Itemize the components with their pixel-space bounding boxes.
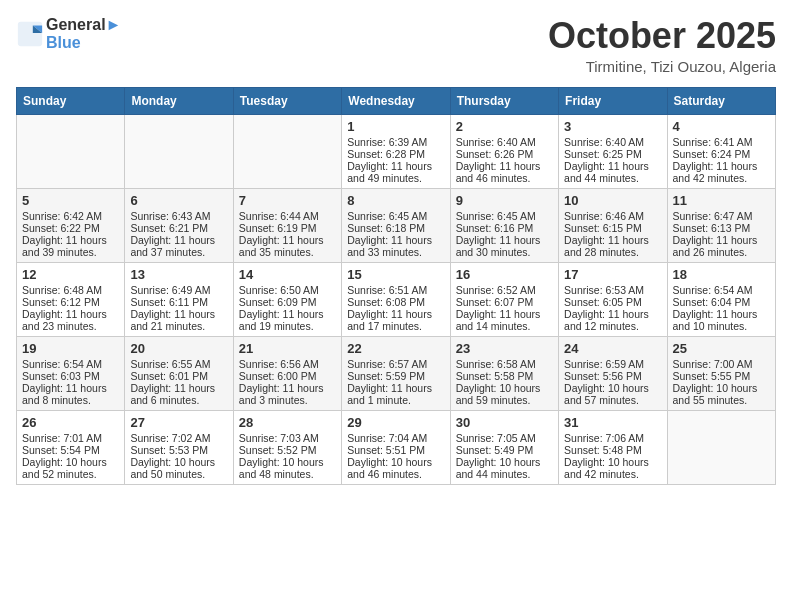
day-info: Sunset: 6:22 PM [22,222,119,234]
day-number: 13 [130,267,227,282]
day-number: 24 [564,341,661,356]
day-info: Sunset: 6:03 PM [22,370,119,382]
day-info: Daylight: 11 hours and 37 minutes. [130,234,227,258]
day-info: Daylight: 11 hours and 6 minutes. [130,382,227,406]
day-number: 31 [564,415,661,430]
day-number: 21 [239,341,336,356]
calendar-cell: 17Sunrise: 6:53 AMSunset: 6:05 PMDayligh… [559,262,667,336]
day-number: 4 [673,119,770,134]
day-number: 18 [673,267,770,282]
day-number: 9 [456,193,553,208]
day-info: Daylight: 11 hours and 23 minutes. [22,308,119,332]
day-info: Daylight: 11 hours and 10 minutes. [673,308,770,332]
day-info: Sunset: 6:12 PM [22,296,119,308]
day-info: Sunrise: 6:53 AM [564,284,661,296]
calendar-cell: 14Sunrise: 6:50 AMSunset: 6:09 PMDayligh… [233,262,341,336]
calendar-cell: 10Sunrise: 6:46 AMSunset: 6:15 PMDayligh… [559,188,667,262]
title-block: October 2025 Tirmitine, Tizi Ouzou, Alge… [548,16,776,75]
calendar-cell: 21Sunrise: 6:56 AMSunset: 6:00 PMDayligh… [233,336,341,410]
weekday-header-friday: Friday [559,87,667,114]
day-info: Sunset: 6:07 PM [456,296,553,308]
calendar-cell: 9Sunrise: 6:45 AMSunset: 6:16 PMDaylight… [450,188,558,262]
day-number: 2 [456,119,553,134]
calendar-cell: 23Sunrise: 6:58 AMSunset: 5:58 PMDayligh… [450,336,558,410]
weekday-header-saturday: Saturday [667,87,775,114]
day-number: 3 [564,119,661,134]
day-info: Sunrise: 6:45 AM [347,210,444,222]
day-number: 28 [239,415,336,430]
day-number: 26 [22,415,119,430]
day-number: 20 [130,341,227,356]
day-info: Sunset: 6:26 PM [456,148,553,160]
day-number: 15 [347,267,444,282]
day-info: Sunset: 6:25 PM [564,148,661,160]
day-number: 27 [130,415,227,430]
day-info: Daylight: 10 hours and 48 minutes. [239,456,336,480]
day-info: Sunrise: 6:49 AM [130,284,227,296]
day-number: 19 [22,341,119,356]
day-number: 22 [347,341,444,356]
day-info: Sunset: 5:48 PM [564,444,661,456]
logo-text: General► Blue [46,16,121,52]
calendar-week-row: 19Sunrise: 6:54 AMSunset: 6:03 PMDayligh… [17,336,776,410]
day-info: Sunrise: 6:45 AM [456,210,553,222]
day-info: Daylight: 10 hours and 59 minutes. [456,382,553,406]
calendar-cell: 27Sunrise: 7:02 AMSunset: 5:53 PMDayligh… [125,410,233,484]
day-info: Daylight: 11 hours and 3 minutes. [239,382,336,406]
weekday-header-thursday: Thursday [450,87,558,114]
day-number: 17 [564,267,661,282]
day-info: Sunrise: 7:06 AM [564,432,661,444]
day-info: Sunrise: 6:56 AM [239,358,336,370]
day-info: Sunrise: 6:41 AM [673,136,770,148]
day-info: Sunrise: 6:50 AM [239,284,336,296]
day-info: Sunrise: 6:40 AM [456,136,553,148]
calendar-cell [125,114,233,188]
day-info: Daylight: 11 hours and 49 minutes. [347,160,444,184]
day-info: Daylight: 11 hours and 1 minute. [347,382,444,406]
day-info: Sunrise: 6:52 AM [456,284,553,296]
calendar-cell [667,410,775,484]
day-number: 23 [456,341,553,356]
day-info: Sunrise: 6:55 AM [130,358,227,370]
day-number: 10 [564,193,661,208]
day-info: Sunrise: 6:43 AM [130,210,227,222]
day-number: 5 [22,193,119,208]
calendar-week-row: 26Sunrise: 7:01 AMSunset: 5:54 PMDayligh… [17,410,776,484]
day-info: Sunset: 6:04 PM [673,296,770,308]
weekday-header-monday: Monday [125,87,233,114]
day-info: Daylight: 11 hours and 14 minutes. [456,308,553,332]
day-info: Daylight: 11 hours and 35 minutes. [239,234,336,258]
page-header: General► Blue October 2025 Tirmitine, Ti… [16,16,776,75]
calendar-cell: 18Sunrise: 6:54 AMSunset: 6:04 PMDayligh… [667,262,775,336]
day-info: Sunrise: 6:57 AM [347,358,444,370]
calendar-cell: 2Sunrise: 6:40 AMSunset: 6:26 PMDaylight… [450,114,558,188]
day-info: Sunrise: 6:42 AM [22,210,119,222]
day-info: Daylight: 11 hours and 28 minutes. [564,234,661,258]
day-info: Sunset: 6:13 PM [673,222,770,234]
calendar-cell: 5Sunrise: 6:42 AMSunset: 6:22 PMDaylight… [17,188,125,262]
calendar-cell: 11Sunrise: 6:47 AMSunset: 6:13 PMDayligh… [667,188,775,262]
logo: General► Blue [16,16,121,52]
calendar-cell: 16Sunrise: 6:52 AMSunset: 6:07 PMDayligh… [450,262,558,336]
weekday-header-tuesday: Tuesday [233,87,341,114]
day-number: 7 [239,193,336,208]
day-info: Sunset: 6:15 PM [564,222,661,234]
calendar-cell: 12Sunrise: 6:48 AMSunset: 6:12 PMDayligh… [17,262,125,336]
day-info: Sunset: 6:19 PM [239,222,336,234]
day-info: Sunset: 5:55 PM [673,370,770,382]
day-info: Sunset: 5:56 PM [564,370,661,382]
day-info: Sunrise: 6:58 AM [456,358,553,370]
calendar-cell: 20Sunrise: 6:55 AMSunset: 6:01 PMDayligh… [125,336,233,410]
svg-rect-0 [18,22,42,46]
day-info: Daylight: 11 hours and 33 minutes. [347,234,444,258]
day-info: Daylight: 11 hours and 30 minutes. [456,234,553,258]
day-info: Sunset: 5:49 PM [456,444,553,456]
day-info: Daylight: 10 hours and 50 minutes. [130,456,227,480]
day-info: Sunset: 6:01 PM [130,370,227,382]
day-info: Sunset: 5:53 PM [130,444,227,456]
day-number: 1 [347,119,444,134]
day-info: Daylight: 10 hours and 42 minutes. [564,456,661,480]
calendar-cell: 13Sunrise: 6:49 AMSunset: 6:11 PMDayligh… [125,262,233,336]
calendar-cell: 31Sunrise: 7:06 AMSunset: 5:48 PMDayligh… [559,410,667,484]
day-number: 8 [347,193,444,208]
